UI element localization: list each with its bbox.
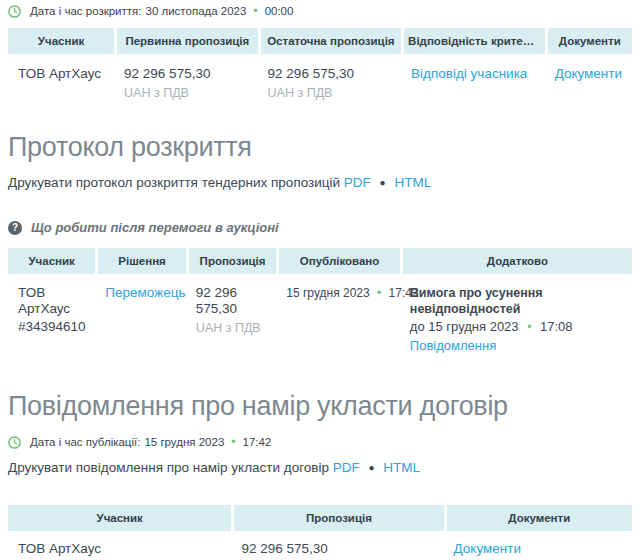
disclosure-time: 00:00 xyxy=(265,5,294,17)
col-bid: Пропозиція xyxy=(231,505,443,531)
col-documents: Документи xyxy=(444,505,632,531)
decision-cell: Переможець xyxy=(95,274,185,354)
intent-html-link[interactable]: HTML xyxy=(383,460,420,475)
published-date: 15 грудня 2023 xyxy=(286,286,369,300)
table-header-row: Учасник Пропозиція Документи xyxy=(8,505,632,531)
clock-icon xyxy=(8,5,21,18)
initial-bid-cell: 92 296 575,30 UAH з ПДВ xyxy=(114,54,258,101)
col-published: Опубліковано xyxy=(276,248,400,274)
bullet-separator-icon: ● xyxy=(380,177,386,188)
protocol-pdf-link[interactable]: PDF xyxy=(344,175,371,190)
disclosure-label: Дата і час розкриття: xyxy=(30,5,142,17)
green-dot-icon: • xyxy=(377,286,381,300)
final-bid-currency: UAH з ПДВ xyxy=(268,85,396,101)
auction-win-hint: ? Що робити після перемоги в аукціоні xyxy=(8,220,632,235)
documents-cell: Документи xyxy=(545,54,632,101)
publication-time: 17:42 xyxy=(243,436,272,448)
print-protocol-line: Друкувати протокол розкриття тендерних п… xyxy=(8,175,632,190)
criteria-answers-link[interactable]: Відповіді учасника xyxy=(411,66,527,81)
table-row: ТОВ АртХаус 92 296 575,30 UAH з ПДВ 92 2… xyxy=(8,54,632,101)
col-documents: Документи xyxy=(545,28,632,54)
published-cell: 15 грудня 2023 • 17:42 xyxy=(276,274,400,354)
col-criteria: Відповідність критеріям xyxy=(401,28,545,54)
documents-link[interactable]: Документи xyxy=(454,541,521,556)
publication-date: 15 грудня 2023 xyxy=(144,436,224,448)
documents-cell: Документи xyxy=(444,531,632,560)
requirement-deadline-date: до 15 грудня 2023 xyxy=(410,319,519,334)
bid-amount: 92 296 575,30 xyxy=(196,285,237,316)
intent-section-title: Повідомлення про намір укласти договір xyxy=(8,390,632,422)
participant-name: ТОВ АртХаус xyxy=(18,66,101,81)
table-header-row: Учасник Первинна пропозиція Остаточна пр… xyxy=(8,28,632,54)
winner-link[interactable]: Переможець xyxy=(105,285,185,300)
bid-cell: 92 296 575,30 UAH з ПДВ xyxy=(231,531,443,560)
intent-table: Учасник Пропозиція Документи ТОВ АртХаус… xyxy=(8,505,632,560)
requirement-deadline-time: 17:08 xyxy=(540,319,573,334)
col-initial-bid: Первинна пропозиція xyxy=(114,28,258,54)
col-decision: Рішення xyxy=(95,248,185,274)
print-protocol-text: Друкувати протокол розкриття тендерних п… xyxy=(8,175,340,190)
disclosure-datetime-line: Дата і час розкриття: 30 листопада 2023 … xyxy=(8,4,632,18)
extra-cell: Вимога про усунення невідповідностей до … xyxy=(400,274,632,354)
print-intent-text: Друкувати повідомлення про намір укласти… xyxy=(8,460,329,475)
green-dot-icon: • xyxy=(231,435,235,449)
initial-bid-amount: 92 296 575,30 xyxy=(124,66,210,81)
participant-name: ТОВ АртХаус xyxy=(18,541,101,556)
publication-label: Дата і час публікації: xyxy=(30,436,140,448)
col-participant: Учасник xyxy=(8,248,95,274)
award-table: Учасник Рішення Пропозиція Опубліковано … xyxy=(8,248,632,354)
col-final-bid: Остаточна пропозиція xyxy=(258,28,402,54)
requirement-deadline: до 15 грудня 2023 • 17:08 xyxy=(410,319,626,335)
participant-cell: ТОВ АртХаус xyxy=(8,54,114,101)
table-row: ТОВ АртХаус #34394610 Переможець 92 296 … xyxy=(8,274,632,354)
table-header-row: Учасник Рішення Пропозиція Опубліковано … xyxy=(8,248,632,274)
col-participant: Учасник xyxy=(8,505,231,531)
final-bid-cell: 92 296 575,30 UAH з ПДВ xyxy=(258,54,402,101)
hint-text: Що робити після перемоги в аукціоні xyxy=(31,220,279,235)
col-extra: Додатково xyxy=(400,248,632,274)
disclosure-date: 30 листопада 2023 xyxy=(146,5,247,17)
table-row: ТОВ АртХаус #34394610 92 296 575,30 UAH … xyxy=(8,531,632,560)
criteria-cell: Відповіді учасника xyxy=(401,54,545,101)
initial-bid-currency: UAH з ПДВ xyxy=(124,85,252,101)
bids-table: Учасник Первинна пропозиція Остаточна пр… xyxy=(8,28,632,101)
participant-name: ТОВ АртХаус xyxy=(18,285,70,316)
documents-link[interactable]: Документи xyxy=(555,66,622,81)
protocol-html-link[interactable]: HTML xyxy=(394,175,431,190)
requirement-title: Вимога про усунення невідповідностей xyxy=(410,285,626,317)
publication-datetime-line: Дата і час публікації: 15 грудня 2023 • … xyxy=(8,435,632,449)
tender-page: Дата і час розкриття: 30 листопада 2023 … xyxy=(0,4,640,560)
participant-cell: ТОВ АртХаус #34394610 xyxy=(8,531,231,560)
participant-id: #34394610 xyxy=(18,319,89,335)
bid-currency: UAH з ПДВ xyxy=(196,320,270,336)
green-dot-icon: • xyxy=(253,4,257,18)
protocol-section-title: Протокол розкриття xyxy=(8,131,632,163)
col-participant: Учасник xyxy=(8,28,114,54)
final-bid-amount: 92 296 575,30 xyxy=(268,66,354,81)
green-dot-icon: • xyxy=(527,320,531,334)
bid-amount: 92 296 575,30 xyxy=(241,541,327,556)
question-icon[interactable]: ? xyxy=(8,221,22,235)
message-link[interactable]: Повідомлення xyxy=(410,338,626,354)
print-intent-line: Друкувати повідомлення про намір укласти… xyxy=(8,460,632,475)
bullet-separator-icon: ● xyxy=(369,462,375,473)
participant-cell: ТОВ АртХаус #34394610 xyxy=(8,274,95,354)
intent-pdf-link[interactable]: PDF xyxy=(333,460,360,475)
bid-cell: 92 296 575,30 UAH з ПДВ xyxy=(186,274,276,354)
col-bid: Пропозиція xyxy=(186,248,276,274)
clock-icon xyxy=(8,436,21,449)
